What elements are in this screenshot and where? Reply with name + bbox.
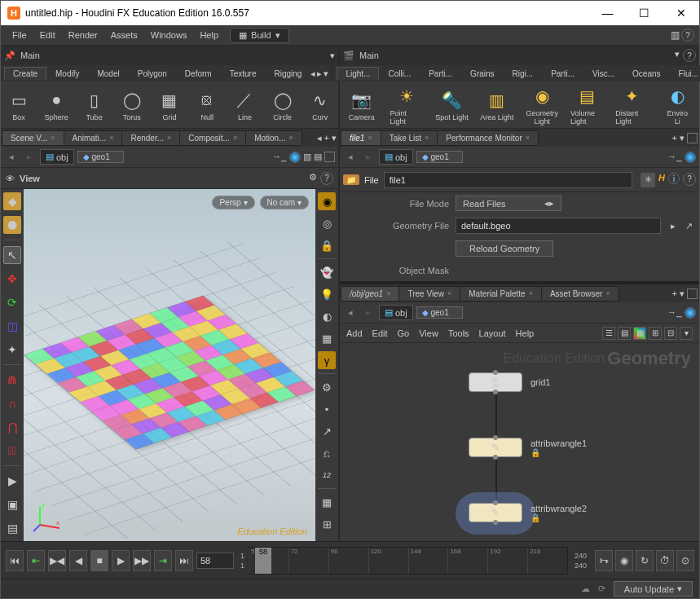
snap-multi-icon[interactable]: ⋓⃘ <box>3 442 21 460</box>
shelf-tool-camera[interactable]: 📷Camera <box>345 89 378 121</box>
desktop-help-icon[interactable]: ? <box>683 49 696 62</box>
tab-perfmon[interactable]: Performance Monitor× <box>437 130 539 146</box>
view-option-icon2[interactable]: ▤ <box>314 152 322 163</box>
menu-render[interactable]: Render <box>62 27 104 43</box>
file-action-icon[interactable]: ↗ <box>685 221 693 231</box>
shelf-tab-rigging[interactable]: Rigging <box>265 67 310 81</box>
obj-mask-input[interactable] <box>456 263 693 278</box>
param-disp-icon[interactable] <box>685 152 696 163</box>
uv-icon[interactable]: ⊞ <box>318 515 336 533</box>
bone-icon[interactable]: ⎌ <box>318 444 336 462</box>
shade-smooth-icon[interactable]: ◉ <box>318 192 336 210</box>
desktop-tab-right-label[interactable]: Main <box>359 51 379 60</box>
sel-obj-icon[interactable]: ◆ <box>3 192 21 210</box>
tab-matpalette[interactable]: Material Palette× <box>460 286 542 302</box>
shelf-tab-create[interactable]: Create <box>4 67 46 80</box>
h-icon[interactable]: H <box>658 173 665 187</box>
reload-geometry-button[interactable]: Reload Geometry <box>456 240 553 257</box>
key-fwd-button[interactable]: ⇥ <box>154 550 172 571</box>
file-mode-dropdown[interactable]: Read Files◂▸ <box>456 196 561 211</box>
net-nav-back-icon[interactable]: ◂ <box>343 307 358 318</box>
display-flag-icon[interactable] <box>289 152 301 163</box>
param-nav-back-icon[interactable]: ◂ <box>343 152 358 162</box>
net-menu-tools[interactable]: Tools <box>448 328 469 338</box>
add-net-tab-icon[interactable]: + <box>672 288 677 298</box>
light-icon[interactable]: ◐ <box>318 307 336 325</box>
net-list2-icon[interactable]: ▤ <box>618 327 631 340</box>
shelf-tool-pointlight[interactable]: ☀Point Light <box>390 85 423 126</box>
net-menu-view[interactable]: View <box>419 328 438 338</box>
tab-animation[interactable]: Animati...× <box>64 130 123 146</box>
shelf-tool-circle[interactable]: ◯Circle <box>270 89 296 121</box>
new-desktop-icon[interactable]: ▥ <box>668 29 681 42</box>
menu-help[interactable]: Help <box>193 27 225 43</box>
net-path-geo[interactable]: ◆ geo1 <box>416 306 463 319</box>
shelf-tab-visc[interactable]: Visc... <box>583 67 623 81</box>
layout-selector[interactable]: ▦Build▾ <box>230 28 288 43</box>
gamma-icon[interactable]: γ <box>318 351 336 369</box>
key-back-button[interactable]: ⇤ <box>27 550 45 571</box>
tab-treeview[interactable]: Tree View× <box>398 286 460 302</box>
param-nav-fwd-icon[interactable]: ▸ <box>361 152 376 162</box>
node-attribwrangle2[interactable]: ✎attribwrangle2🔒 <box>469 503 587 522</box>
scale-tool-icon[interactable]: ◫ <box>3 317 21 335</box>
flipbook-icon[interactable]: ▤ <box>3 519 21 537</box>
snap-grid-icon[interactable]: ⋒ <box>3 371 21 389</box>
menu-assets[interactable]: Assets <box>104 27 144 43</box>
shelf-tab-oceans[interactable]: Oceans <box>623 67 669 81</box>
snap-curve-icon[interactable]: ∩ <box>3 394 21 412</box>
gear-icon[interactable]: ✳ <box>641 173 655 187</box>
play-back-button[interactable]: ▶◀ <box>48 550 66 571</box>
net-nav-fwd-icon[interactable]: ▸ <box>361 307 376 318</box>
add-tab-icon[interactable]: + <box>324 133 329 143</box>
persp-dropdown[interactable]: Persp▾ <box>212 196 254 209</box>
shelf-tool-grid[interactable]: ▦Grid <box>156 89 183 121</box>
timeline-track[interactable]: 587296120144168192216 58 <box>248 547 568 575</box>
param-path-geo[interactable]: ◆ geo1 <box>416 151 463 163</box>
shade-flat-icon[interactable]: ◎ <box>318 214 336 232</box>
current-frame-input[interactable] <box>196 553 234 569</box>
tab-close-icon[interactable]: × <box>51 134 55 142</box>
net-menu-help[interactable]: Help <box>516 328 535 338</box>
tab-render[interactable]: Render...× <box>121 130 180 146</box>
node-attribwrangle1[interactable]: ✎attribwrangle1🔒 <box>469 438 587 457</box>
pin-icon[interactable]: 📌 <box>4 51 15 61</box>
param-path-obj[interactable]: ▤obj <box>379 149 413 165</box>
normal-icon[interactable]: ↗ <box>318 422 336 440</box>
shelf-tab-modify[interactable]: Modify <box>46 67 88 81</box>
shelf-tab-lights[interactable]: Light... <box>337 67 379 80</box>
render-icon[interactable]: ▶ <box>3 472 21 490</box>
bulb-icon[interactable]: 💡 <box>318 285 336 303</box>
view-help-icon[interactable]: ? <box>320 172 333 185</box>
bg-icon[interactable]: ▦ <box>318 329 336 347</box>
shelf-left-arrow[interactable]: ◂ <box>310 68 315 79</box>
auto-update-dropdown[interactable]: Auto Update▾ <box>614 581 693 597</box>
net-disp-icon[interactable] <box>685 307 696 319</box>
render-region-icon[interactable]: ▣ <box>3 495 21 513</box>
shelf-tool-line[interactable]: ／Line <box>231 89 258 121</box>
shelf-tool-null[interactable]: ⦻Null <box>194 89 220 121</box>
close-button[interactable]: ✕ <box>663 1 699 25</box>
menu-windows[interactable]: Windows <box>144 27 194 43</box>
handle-tool-icon[interactable]: ✦ <box>3 341 21 359</box>
add-param-tab-icon[interactable]: + <box>672 133 677 143</box>
shelf-tab-grains[interactable]: Grains <box>461 67 503 81</box>
shelf-tab-flui[interactable]: Flui... <box>670 67 700 81</box>
shelf-right-arrow[interactable]: ▸ <box>317 68 322 79</box>
path-segment-geo[interactable]: ◆ geo1 <box>77 151 124 163</box>
shelf-tab-colli[interactable]: Colli... <box>379 67 420 81</box>
play-fwd-button[interactable]: ▶▶ <box>133 550 151 571</box>
snap-point-icon[interactable]: ⋂ <box>3 418 21 436</box>
shelf-tab-parti[interactable]: Parti... <box>420 67 461 81</box>
tab-composite[interactable]: Composit...× <box>179 130 246 146</box>
net-menu-layout[interactable]: Layout <box>479 328 506 338</box>
view-opts-icon[interactable]: ⚙ <box>309 172 317 185</box>
param-pin-icon[interactable]: →⎯ <box>667 152 682 163</box>
shelf-tab-model[interactable]: Model <box>88 67 128 81</box>
tab-assetbrowser[interactable]: Asset Browser× <box>541 286 619 302</box>
info-icon[interactable]: i <box>668 173 680 184</box>
help-icon[interactable]: ? <box>681 29 694 42</box>
realtime-button[interactable]: ⏱ <box>656 550 674 571</box>
net-opts-icon[interactable]: ▾ <box>680 327 693 340</box>
arrow-tool-icon[interactable]: ↖ <box>3 246 21 264</box>
